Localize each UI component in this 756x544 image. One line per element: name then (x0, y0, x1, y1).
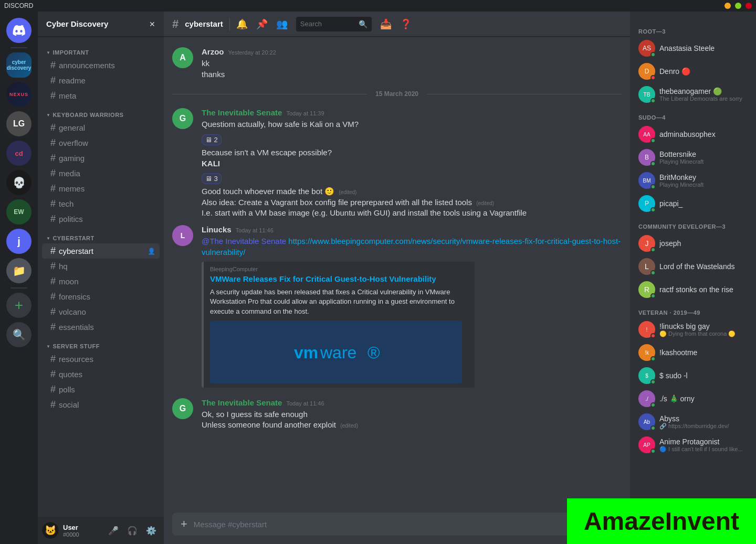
server-icon-discord-home[interactable] (6, 18, 32, 43)
member-item-britmonkey[interactable]: BM BritMonkey Playing Minecraft (634, 169, 752, 192)
member-item-sudo-l[interactable]: $ $ sudo -l (634, 364, 752, 387)
attach-file-button[interactable]: + (181, 517, 187, 531)
member-name-kashootme: !kashootme (659, 348, 748, 357)
member-item-anime-protagonist[interactable]: AP Anime Protagonist 🔵 I still can't tel… (634, 433, 752, 456)
channel-item-gaming[interactable]: # gaming (42, 151, 160, 166)
server-menu-chevron[interactable]: ✕ (149, 20, 155, 28)
message-avatar-senate-2[interactable]: G (172, 398, 193, 419)
member-info-thebeanogamer: thebeanogamer 🟢 The Liberal Democrats ar… (659, 87, 748, 102)
minimize-button[interactable] (724, 3, 731, 9)
message-group-linucks: L Linucks Today at 11:46 @The Inevitable… (164, 223, 630, 394)
channel-item-moon[interactable]: # moon (42, 274, 160, 289)
member-item-linucks-big-gay[interactable]: ! !linucks big gay 🟡 Dying from that cor… (634, 318, 752, 341)
member-item-ractf[interactable]: R ractf stonks on the rise (634, 278, 752, 301)
member-item-picapi[interactable]: P picapi_ (634, 192, 752, 215)
member-item-thebeanogamer[interactable]: TB thebeanogamer 🟢 The Liberal Democrats… (634, 83, 752, 106)
channel-item-volcano[interactable]: # volcano (42, 304, 160, 319)
server-icon-skull[interactable]: 💀 (6, 170, 32, 195)
user-controls[interactable]: 🎤 🎧 ⚙️ (105, 522, 160, 539)
member-name-anime-protagonist: Anime Protagonist (659, 438, 748, 446)
message-avatar-linucks[interactable]: L (172, 225, 193, 246)
channel-item-general[interactable]: # general (42, 120, 160, 135)
channel-item-memes[interactable]: # memes (42, 181, 160, 196)
member-item-adminabusophex[interactable]: AA adminabusophex (634, 123, 752, 146)
channel-item-quotes[interactable]: # quotes (42, 367, 160, 382)
server-icon-cyber-discovery[interactable]: cyberdiscovery (6, 52, 32, 78)
server-icon-folder[interactable]: 📁 (6, 258, 32, 283)
maximize-button[interactable] (735, 3, 741, 9)
channel-item-forensics[interactable]: # forensics (42, 289, 160, 304)
window-controls[interactable] (724, 3, 752, 9)
channel-item-tech[interactable]: # tech (42, 196, 160, 211)
member-item-joseph[interactable]: J joseph (634, 232, 752, 255)
reaction-monitor-3[interactable]: 🖥 3 (202, 173, 222, 184)
server-icon-j[interactable]: j (6, 229, 32, 254)
channel-item-essentials[interactable]: # essentials (42, 319, 160, 335)
member-item-denro[interactable]: D Denro 🔴 (634, 60, 752, 83)
user-settings-button[interactable]: ⚙️ (143, 522, 160, 539)
channel-item-polls[interactable]: # polls (42, 382, 160, 397)
member-name-lord-wastelands: Lord of the Wastelands (659, 262, 748, 271)
channel-hash-icon: # (50, 90, 56, 101)
close-button[interactable] (746, 3, 752, 9)
members-category-sudo: SUDO—4 (638, 114, 748, 121)
channel-item-announcements[interactable]: # announcements (42, 58, 160, 73)
mention-senate[interactable]: @The Inevitable Senate (202, 237, 286, 246)
explore-public-servers-button[interactable]: 🔍 (6, 322, 32, 347)
edited-label-2: (edited) (340, 423, 358, 429)
search-input[interactable] (300, 20, 359, 28)
message-input-field[interactable] (194, 520, 580, 529)
sidebar-header[interactable]: Cyber Discovery ✕ (38, 12, 164, 37)
server-icon-ew[interactable]: EW (6, 199, 32, 225)
members-icon[interactable]: 👥 (276, 18, 288, 30)
server-icon-cd[interactable]: cd (6, 141, 32, 166)
message-username-arzoo[interactable]: Arzoo (202, 47, 224, 56)
server-icon-nexus[interactable]: NEXUS (6, 82, 32, 107)
channel-item-social[interactable]: # social (42, 397, 160, 412)
channel-item-media[interactable]: # media (42, 166, 160, 181)
status-dot-kashootme (650, 356, 656, 361)
message-username-linucks[interactable]: Linucks (202, 225, 232, 234)
message-avatar-arzoo[interactable]: A (172, 47, 193, 68)
member-status-anime-protagonist: 🔵 I still can't tell if I sound like... (659, 446, 748, 453)
search-box[interactable]: 🔍 (296, 17, 372, 31)
channel-item-cyberstart[interactable]: # cyberstart 👤 (42, 243, 160, 259)
member-item-anastasia[interactable]: AS Anastasia Steele (634, 37, 752, 60)
status-dot-linucks-big-gay (650, 333, 656, 338)
channel-item-resources[interactable]: # resources (42, 351, 160, 367)
member-avatar-thebeanogamer: TB (638, 86, 655, 103)
member-item-orny[interactable]: ./ ./s 🎄 orny (634, 387, 752, 410)
member-item-abyss[interactable]: Ab Abyss 🔗 https://tomburridge.dev/ (634, 410, 752, 433)
message-username-senate[interactable]: The Inevitable Senate (202, 108, 282, 117)
channel-item-readme[interactable]: # readme (42, 73, 160, 88)
edited-label: (edited) (476, 200, 494, 206)
category-cyberstart[interactable]: ▼ CYBERSTART (38, 227, 164, 243)
channel-item-overflow[interactable]: # overflow (42, 135, 160, 151)
add-server-button[interactable]: + (6, 293, 32, 318)
pin-icon[interactable]: 📌 (256, 18, 268, 30)
inbox-icon[interactable]: 📥 (380, 18, 392, 30)
channel-item-meta[interactable]: # meta (42, 88, 160, 103)
reaction-monitor-2[interactable]: 🖥 2 (202, 134, 222, 145)
embed-title[interactable]: VMWare Releases Fix for Critical Guest-t… (210, 274, 468, 283)
deafen-button[interactable]: 🎧 (124, 522, 141, 539)
message-avatar-senate[interactable]: G (172, 108, 193, 129)
category-important[interactable]: ▼ IMPORTANT (38, 41, 164, 58)
avatar-initials: BM (643, 178, 651, 184)
category-keyboard-warriors[interactable]: ▼ KEYBOARD WARRIORS (38, 103, 164, 120)
member-item-bottersnike[interactable]: B Bottersnike Playing Minecraft (634, 146, 752, 169)
mute-button[interactable]: 🎤 (105, 522, 122, 539)
channel-name-quotes: quotes (59, 370, 155, 379)
help-icon[interactable]: ❓ (400, 18, 412, 30)
message-username-senate-2[interactable]: The Inevitable Senate (202, 398, 282, 407)
notification-bell-icon[interactable]: 🔔 (236, 18, 248, 30)
member-avatar-kashootme: !k (638, 344, 655, 361)
member-item-lord-wastelands[interactable]: L Lord of the Wastelands (634, 255, 752, 278)
avatar-initials: P (645, 200, 649, 207)
app-title: DISCORD (4, 2, 33, 9)
member-item-kashootme[interactable]: !k !kashootme (634, 341, 752, 364)
category-server-stuff[interactable]: ▼ SERVER STUFF (38, 335, 164, 351)
channel-item-politics[interactable]: # politics (42, 211, 160, 227)
channel-item-hq[interactable]: # hq (42, 259, 160, 274)
server-icon-lg[interactable]: LG (6, 111, 32, 136)
